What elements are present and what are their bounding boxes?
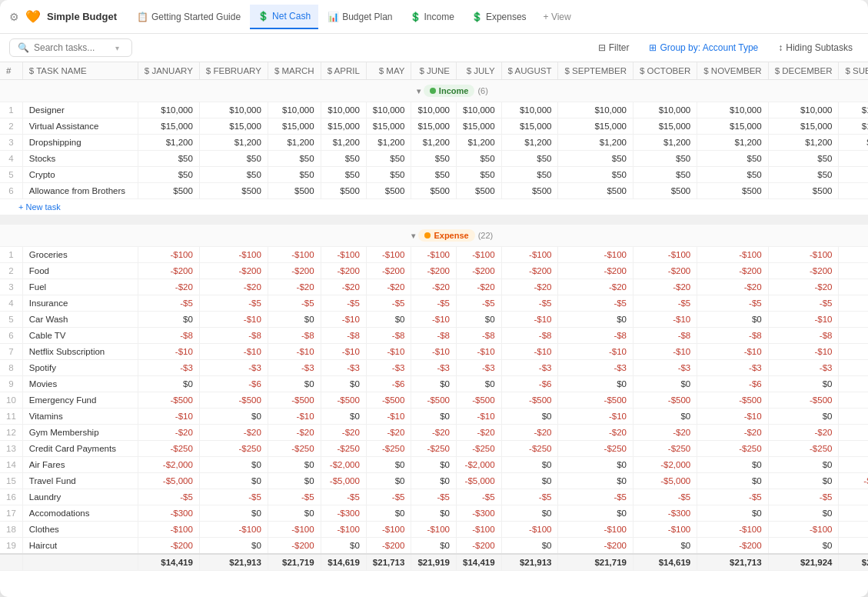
hiding-subtasks-button[interactable]: ↕ Hiding Subtasks bbox=[772, 39, 859, 56]
table-row[interactable]: 14Air Fares-$2,000$0$0-$2,000$0$0-$2,000… bbox=[0, 457, 868, 473]
table-row[interactable]: 5Crypto$50$50$50$50$50$50$50$50$50$50$50… bbox=[0, 167, 868, 183]
row-num: 19 bbox=[0, 538, 22, 555]
table-cell: -$5 bbox=[558, 489, 634, 505]
table-cell: -$100 bbox=[321, 247, 366, 263]
row-task-name[interactable]: Spotify bbox=[22, 360, 138, 376]
table-row[interactable]: 7Netflix Subscription-$10-$10-$10-$10-$1… bbox=[0, 344, 868, 360]
search-box[interactable]: 🔍 ▾ bbox=[9, 38, 132, 57]
gear-icon[interactable]: ⚙ bbox=[9, 11, 19, 23]
table-cell: -$250 bbox=[697, 441, 768, 457]
table-row[interactable]: 19Haircut-$200$0-$200$0-$200$0-$200$0-$2… bbox=[0, 538, 868, 555]
table-cell: -$20 bbox=[268, 425, 321, 441]
table-cell: -$20 bbox=[366, 425, 411, 441]
search-input[interactable] bbox=[34, 42, 111, 53]
row-task-name[interactable]: Vitamins bbox=[22, 409, 138, 425]
table-row[interactable]: 1Designer$10,000$10,000$10,000$10,000$10… bbox=[0, 102, 868, 118]
row-task-name[interactable]: Food bbox=[22, 263, 138, 279]
table-cell: -$8 bbox=[199, 328, 268, 344]
row-task-name[interactable]: Accomodations bbox=[22, 505, 138, 522]
table-cell: -$1,200 bbox=[839, 538, 868, 555]
table-row[interactable]: 17Accomodations-$300$0$0-$300$0$0-$300$0… bbox=[0, 505, 868, 522]
row-task-name[interactable]: Emergency Fund bbox=[22, 392, 138, 409]
income-collapse-icon[interactable]: ▾ bbox=[417, 87, 421, 95]
table-row[interactable]: 3Dropshipping$1,200$1,200$1,200$1,200$1,… bbox=[0, 135, 868, 151]
row-task-name[interactable]: Clothes bbox=[22, 522, 138, 538]
table-row[interactable]: 5Car Wash$0-$10$0-$10$0-$10$0-$10$0-$10$… bbox=[0, 312, 868, 328]
row-task-name[interactable]: Insurance bbox=[22, 295, 138, 312]
new-task-row-income[interactable]: + New task bbox=[0, 199, 868, 215]
table-cell: $0 bbox=[457, 312, 502, 328]
table-cell: $0 bbox=[411, 457, 457, 473]
table-row[interactable]: 13Credit Card Payments-$250-$250-$250-$2… bbox=[0, 441, 868, 457]
table-row[interactable]: 11Vitamins-$10$0-$10$0-$10$0-$10$0-$10$0… bbox=[0, 409, 868, 425]
table-cell: $50 bbox=[366, 151, 411, 167]
row-task-name[interactable]: Allowance from Brothers bbox=[22, 183, 138, 199]
row-task-name[interactable]: Gym Membership bbox=[22, 425, 138, 441]
table-cell: -$5,000 bbox=[138, 473, 199, 489]
tab-budget-plan[interactable]: 📊 Budget Plan bbox=[320, 5, 400, 29]
table-row[interactable]: 12Gym Membership-$20-$20-$20-$20-$20-$20… bbox=[0, 425, 868, 441]
row-task-name[interactable]: Laundry bbox=[22, 489, 138, 505]
tab-expenses-icon: 💲 bbox=[471, 12, 483, 22]
table-row[interactable]: 15Travel Fund-$5,000$0$0-$5,000$0$0-$5,0… bbox=[0, 473, 868, 489]
table-cell: -$300 bbox=[138, 505, 199, 522]
row-task-name[interactable]: Stocks bbox=[22, 151, 138, 167]
row-task-name[interactable]: Virtual Assistance bbox=[22, 118, 138, 135]
row-task-name[interactable]: Air Fares bbox=[22, 457, 138, 473]
row-task-name[interactable]: Netflix Subscription bbox=[22, 344, 138, 360]
tab-net-cash-icon: 💲 bbox=[258, 11, 269, 22]
tab-expenses[interactable]: 💲 Expenses bbox=[464, 5, 534, 29]
table-row[interactable]: 9Movies$0-$6$0$0-$6$0$0-$6$0$0-$6$0-$24 bbox=[0, 376, 868, 392]
table-row[interactable]: 4Stocks$50$50$50$50$50$50$50$50$50$50$50… bbox=[0, 151, 868, 167]
table-cell: -$250 bbox=[634, 441, 697, 457]
table-cell: $0 bbox=[268, 376, 321, 392]
row-task-name[interactable]: Haircut bbox=[22, 538, 138, 555]
table-cell: -$100 bbox=[411, 522, 457, 538]
table-row[interactable]: 3Fuel-$20-$20-$20-$20-$20-$20-$20-$20-$2… bbox=[0, 279, 868, 295]
row-num: 7 bbox=[0, 344, 22, 360]
add-view-button[interactable]: + View bbox=[536, 7, 579, 27]
table-row[interactable]: 6Cable TV-$8-$8-$8-$8-$8-$8-$8-$8-$8-$8-… bbox=[0, 328, 868, 344]
filter-icon: ⊟ bbox=[598, 42, 606, 53]
tab-net-cash[interactable]: 💲 Net Cash bbox=[250, 5, 318, 29]
table-row[interactable]: 6Allowance from Brothers$500$500$500$500… bbox=[0, 183, 868, 199]
table-cell: -$5 bbox=[199, 295, 268, 312]
table-cell: $0 bbox=[321, 538, 366, 555]
col-dec: $ DECEMBER bbox=[768, 62, 839, 80]
table-cell: $50 bbox=[321, 151, 366, 167]
row-task-name[interactable]: Groceries bbox=[22, 247, 138, 263]
row-task-name[interactable]: Crypto bbox=[22, 167, 138, 183]
row-task-name[interactable]: Cable TV bbox=[22, 328, 138, 344]
table-row[interactable]: 1Groceries-$100-$100-$100-$100-$100-$100… bbox=[0, 247, 868, 263]
row-task-name[interactable]: Travel Fund bbox=[22, 473, 138, 489]
tab-income[interactable]: 💲 Income bbox=[402, 5, 462, 29]
table-cell: $0 bbox=[366, 505, 411, 522]
filter-button[interactable]: ⊟ Filter bbox=[592, 39, 636, 56]
table-cell: $10,000 bbox=[634, 102, 697, 118]
group-by-button[interactable]: ⊞ Group by: Account Type bbox=[643, 39, 764, 56]
row-task-name[interactable]: Movies bbox=[22, 376, 138, 392]
row-task-name[interactable]: Car Wash bbox=[22, 312, 138, 328]
table-cell: -$10 bbox=[411, 312, 457, 328]
table-row[interactable]: 18Clothes-$100-$100-$100-$100-$100-$100-… bbox=[0, 522, 868, 538]
table-row[interactable]: 10Emergency Fund-$500-$500-$500-$500-$50… bbox=[0, 392, 868, 409]
row-task-name[interactable]: Designer bbox=[22, 102, 138, 118]
expense-collapse-icon[interactable]: ▾ bbox=[411, 232, 415, 240]
table-cell: -$5 bbox=[366, 489, 411, 505]
table-row[interactable]: 4Insurance-$5-$5-$5-$5-$5-$5-$5-$5-$5-$5… bbox=[0, 295, 868, 312]
row-task-name[interactable]: Credit Card Payments bbox=[22, 441, 138, 457]
table-cell: -$20 bbox=[634, 425, 697, 441]
table-row[interactable]: 16Laundry-$5-$5-$5-$5-$5-$5-$5-$5-$5-$5-… bbox=[0, 489, 868, 505]
totals-cell: $21,924 bbox=[768, 554, 839, 571]
table-cell: $0 bbox=[634, 409, 697, 425]
table-cell: -$5 bbox=[321, 295, 366, 312]
col-aug: $ AUGUST bbox=[501, 62, 558, 80]
spacer-row bbox=[0, 215, 868, 225]
table-row[interactable]: 8Spotify-$3-$3-$3-$3-$3-$3-$3-$3-$3-$3-$… bbox=[0, 360, 868, 376]
row-task-name[interactable]: Fuel bbox=[22, 279, 138, 295]
row-task-name[interactable]: Dropshipping bbox=[22, 135, 138, 151]
tab-getting-started[interactable]: 📋 Getting Started Guide bbox=[129, 5, 248, 29]
table-cell: $50 bbox=[366, 167, 411, 183]
table-row[interactable]: 2Virtual Assistance$15,000$15,000$15,000… bbox=[0, 118, 868, 135]
table-row[interactable]: 2Food-$200-$200-$200-$200-$200-$200-$200… bbox=[0, 263, 868, 279]
